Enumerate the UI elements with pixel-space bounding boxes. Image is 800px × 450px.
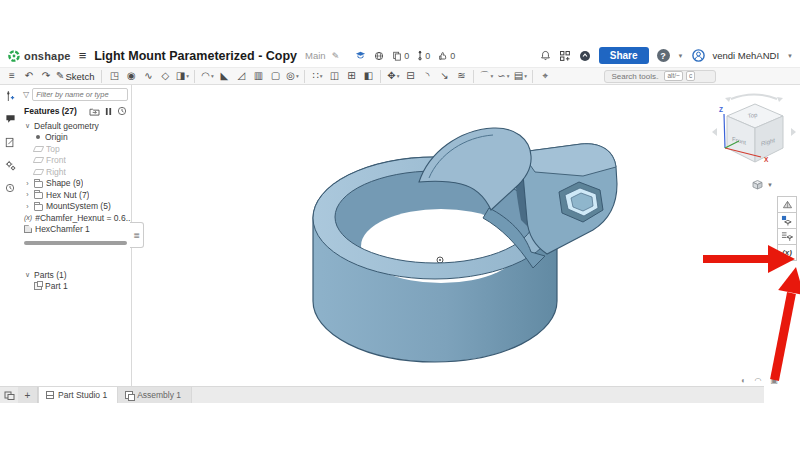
delete-part-button[interactable]: ⊟ <box>402 69 418 84</box>
thicken-button[interactable]: ◨▾ <box>174 69 190 84</box>
suppress-pause-icon[interactable] <box>105 107 112 116</box>
tree-item-top[interactable]: Top <box>20 143 131 155</box>
printer-icon[interactable]: ▣ <box>770 376 778 385</box>
tree-item-part-1[interactable]: Part 1 <box>20 281 131 293</box>
feature-list-button[interactable]: ≡ <box>4 69 20 84</box>
mirror-icon: ◫ <box>330 71 339 81</box>
circle-badge-icon[interactable] <box>579 50 591 62</box>
chevron-down-icon[interactable]: ∨ <box>24 271 31 279</box>
tree-item-label: Shape (9) <box>46 178 83 188</box>
mate-connector-button[interactable]: ⌖ <box>537 69 553 84</box>
origin-icon <box>36 135 40 139</box>
tree-item-parts-1[interactable]: ∨Parts (1) <box>20 269 131 281</box>
rotate-left-arrow[interactable] <box>712 128 717 136</box>
chevron-right-icon[interactable]: › <box>24 191 31 198</box>
view-options-button[interactable]: ▼ <box>751 178 773 191</box>
redo-button[interactable]: ↷ <box>38 69 54 84</box>
tree-item-right[interactable]: Right <box>20 166 131 178</box>
move-face-button[interactable]: ↘ <box>436 69 452 84</box>
undo-button[interactable]: ↶ <box>21 69 37 84</box>
chevron-down-icon: ▾ <box>320 73 323 79</box>
likes-stat[interactable]: 0 <box>438 51 455 61</box>
chevron-right-icon[interactable]: › <box>24 180 31 187</box>
hex-tab[interactable] <box>521 144 617 254</box>
appearance-panel-button[interactable] <box>777 196 797 213</box>
insert-folder-icon[interactable] <box>89 107 100 116</box>
custom-features-icon[interactable] <box>3 158 17 172</box>
graphics-area[interactable]: Top Front Right Z X ▼ (x) ◖ ◠ ▣ <box>133 85 800 386</box>
tab-part-studio[interactable]: Part Studio 1 <box>38 387 118 403</box>
public-globe-stat[interactable] <box>374 51 384 61</box>
named-views-panel-button[interactable] <box>777 212 797 229</box>
search-tools-input[interactable] <box>609 71 661 82</box>
extrude-button[interactable]: ◳ <box>106 69 122 84</box>
linear-pattern-button[interactable]: ∷▾ <box>309 69 325 84</box>
mouse-icon[interactable]: ◖ <box>741 376 746 385</box>
filter-input[interactable] <box>32 88 128 101</box>
hole-button[interactable]: ◎▾ <box>284 69 300 84</box>
split-button[interactable]: ◧ <box>360 69 376 84</box>
chamfer-button[interactable]: ◣ <box>216 69 232 84</box>
fillet-button[interactable]: ◠▾ <box>199 69 215 84</box>
history-clock-icon[interactable] <box>117 106 127 116</box>
draft-button[interactable]: ◿ <box>233 69 249 84</box>
chevron-right-icon[interactable]: › <box>24 203 31 210</box>
document-notes-icon[interactable] <box>3 135 17 149</box>
rollback-bar[interactable] <box>24 241 127 245</box>
boolean-button[interactable]: ⊞ <box>343 69 359 84</box>
panel-resize-handle[interactable]: ≣ <box>130 222 144 248</box>
edu-badge-stat[interactable] <box>355 50 366 61</box>
comments-icon[interactable] <box>3 112 17 126</box>
tab-manager-icon[interactable] <box>0 387 18 403</box>
versions-stat[interactable]: 0 <box>417 50 430 61</box>
view-cube[interactable]: Top Front Right Z X <box>711 86 797 186</box>
loft-button[interactable]: ◇ <box>157 69 173 84</box>
bell-icon[interactable] <box>540 50 551 61</box>
tab-assembly[interactable]: Assembly 1 <box>118 387 192 403</box>
copies-stat[interactable]: 0 <box>392 51 409 61</box>
rib-button[interactable]: ▥ <box>250 69 266 84</box>
tree-item-chamfer-hexnut-0-6[interactable]: (x)#Chamfer_Hexnut = 0.6... <box>20 212 131 224</box>
versions-and-history-icon[interactable] <box>3 89 17 103</box>
tree-item-default-geometry[interactable]: ∨Default geometry <box>20 120 131 132</box>
model-3d[interactable] <box>283 88 643 373</box>
history-icon[interactable] <box>3 181 17 195</box>
edit-icon[interactable]: ✎ <box>332 51 340 61</box>
gauge-icon[interactable]: ◠ <box>754 376 761 385</box>
surface-tools-button[interactable]: ⌒▾ <box>478 69 494 84</box>
offset-surface-button[interactable]: ≋ <box>453 69 469 84</box>
chevron-down-icon[interactable]: ∨ <box>24 122 31 130</box>
share-button[interactable]: Share <box>599 47 649 64</box>
revolve-button[interactable]: ◉ <box>123 69 139 84</box>
help-icon[interactable]: ? <box>657 49 670 62</box>
sketch-button[interactable]: ✎Sketch <box>55 69 97 84</box>
sweep-button[interactable]: ∿ <box>140 69 156 84</box>
curve-tools-button[interactable]: ∽▾ <box>495 69 511 84</box>
onshape-logo[interactable]: onshape <box>7 49 71 63</box>
sheet-metal-tools-button[interactable]: ▤▾ <box>512 69 528 84</box>
rotate-right-arrow[interactable] <box>791 128 796 136</box>
right-panel-stack: (x) <box>777 197 797 261</box>
tree-item-hex-nut-7[interactable]: ›Hex Nut (7) <box>20 189 131 201</box>
chevron-down-icon[interactable]: ▼ <box>787 53 793 59</box>
tree-item-mountsystem-5[interactable]: ›MountSystem (5) <box>20 201 131 213</box>
tree-item-origin[interactable]: Origin <box>20 132 131 144</box>
viewcube-top-label[interactable]: Top <box>747 112 758 119</box>
user-name[interactable]: vendi MehANDI <box>713 50 780 61</box>
tree-item-shape-9[interactable]: ›Shape (9) <box>20 178 131 190</box>
search-tools-box[interactable]: alt/~ c <box>604 70 716 83</box>
modify-fillet-button[interactable]: ◝ <box>419 69 435 84</box>
tree-item-label: MountSystem (5) <box>46 201 111 211</box>
chevron-down-icon[interactable]: ▼ <box>678 53 684 59</box>
tree-item-front[interactable]: Front <box>20 155 131 167</box>
app-store-icon[interactable] <box>559 50 571 62</box>
avatar[interactable] <box>692 49 705 62</box>
shell-button[interactable]: ▢ <box>267 69 283 84</box>
mirror-button[interactable]: ◫ <box>326 69 342 84</box>
custom-tables-panel-button[interactable] <box>777 228 797 245</box>
main-menu-button[interactable]: ≡ <box>79 48 87 63</box>
variables-panel-button[interactable]: (x) <box>777 244 797 261</box>
transform-button[interactable]: ✥▾ <box>385 69 401 84</box>
tree-item-hexchamfer-1[interactable]: HexChamfer 1 <box>20 224 131 236</box>
add-tab-button[interactable]: + <box>18 387 38 403</box>
